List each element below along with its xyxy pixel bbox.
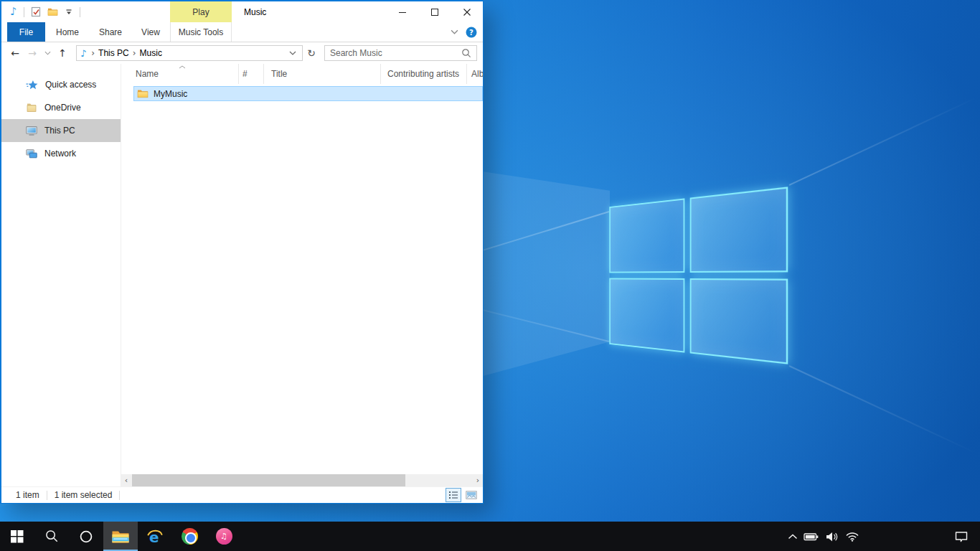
- details-view-button[interactable]: [446, 488, 461, 502]
- breadcrumb-this-pc[interactable]: This PC: [98, 48, 129, 58]
- address-dropdown-chevron[interactable]: [287, 51, 298, 55]
- windows-logo: [609, 187, 788, 364]
- column-header-contributing-artists[interactable]: Contributing artists: [381, 64, 467, 84]
- quick-access-star-icon: [26, 80, 38, 90]
- ribbon-tabstrip: File Home Share View Music Tools: [1, 22, 483, 42]
- sort-ascending-caret-icon: [179, 65, 186, 69]
- divider: [80, 7, 80, 17]
- column-header-title[interactable]: Title: [264, 64, 381, 84]
- column-label: Contributing artists: [387, 69, 459, 79]
- search-box: [324, 45, 477, 61]
- column-label: #: [242, 69, 248, 79]
- selection-status: 1 item selected: [55, 490, 113, 500]
- file-explorer-icon: [111, 529, 130, 545]
- tab-home[interactable]: Home: [45, 22, 90, 42]
- file-name: MyMusic: [154, 89, 187, 99]
- breadcrumb-chevron-icon: ›: [129, 48, 140, 58]
- main-area: Quick access OneDrive This PC Network Na…: [1, 64, 483, 486]
- new-folder-button[interactable]: [47, 7, 58, 17]
- sidebar-item-quick-access[interactable]: Quick access: [1, 73, 121, 96]
- ribbon-extras: [451, 22, 477, 42]
- sidebar-item-label: This PC: [44, 126, 75, 136]
- taskbar-chrome-button[interactable]: [172, 522, 207, 551]
- navigation-bar: ← → ↑ ♪ › This PC › Music ↻: [1, 42, 483, 64]
- file-row-mymusic[interactable]: MyMusic: [133, 86, 483, 101]
- tab-view[interactable]: View: [131, 22, 170, 42]
- recent-locations-chevron[interactable]: [42, 51, 53, 55]
- start-button[interactable]: [0, 522, 34, 551]
- taskbar-search-button[interactable]: [34, 522, 69, 551]
- scroll-right-arrow[interactable]: ›: [473, 476, 483, 484]
- back-button[interactable]: ←: [7, 48, 23, 58]
- network-icon: [26, 149, 37, 159]
- onedrive-folder-icon: [26, 103, 37, 113]
- search-icon[interactable]: [461, 48, 471, 58]
- scrollbar-track[interactable]: [131, 474, 473, 486]
- battery-icon[interactable]: [801, 531, 822, 542]
- taskbar: ♫: [0, 522, 980, 551]
- breadcrumb-music[interactable]: Music: [140, 48, 162, 58]
- address-music-note-icon: ♪: [80, 48, 86, 59]
- item-count: 1 item: [16, 490, 39, 500]
- quick-access-toolbar: ♪: [10, 6, 80, 17]
- search-input[interactable]: [330, 48, 461, 58]
- breadcrumb-chevron-icon: ›: [88, 48, 98, 58]
- action-center-button[interactable]: [943, 530, 980, 543]
- windows-logo-pane: [690, 187, 788, 273]
- tab-share[interactable]: Share: [90, 22, 131, 42]
- column-headers: Name # Title Contributing artists Alb: [121, 64, 483, 84]
- file-rows: MyMusic: [121, 84, 483, 474]
- taskbar-itunes-button[interactable]: ♫: [207, 522, 241, 551]
- hidden-icons-chevron[interactable]: [785, 534, 801, 540]
- horizontal-scrollbar: ‹ ›: [121, 474, 483, 486]
- column-header-album[interactable]: Alb: [467, 64, 483, 84]
- chrome-icon: [182, 528, 198, 545]
- divider: [24, 7, 24, 17]
- sidebar-item-label: OneDrive: [44, 103, 81, 113]
- sidebar-item-network[interactable]: Network: [1, 142, 121, 165]
- refresh-button[interactable]: ↻: [304, 47, 319, 59]
- window-controls: [386, 1, 483, 22]
- cortana-button[interactable]: [69, 522, 103, 551]
- sidebar-item-onedrive[interactable]: OneDrive: [1, 96, 121, 119]
- scroll-left-arrow[interactable]: ‹: [121, 476, 131, 484]
- help-button[interactable]: [466, 27, 477, 38]
- file-list-pane: Name # Title Contributing artists Alb: [121, 64, 483, 486]
- music-tools-contextual-header[interactable]: Play: [170, 1, 232, 22]
- folder-icon: [137, 89, 149, 98]
- system-tray: [785, 522, 980, 551]
- app-music-note-icon: ♪: [10, 6, 17, 17]
- light-beam: [789, 365, 979, 454]
- sidebar-item-this-pc[interactable]: This PC: [1, 119, 121, 142]
- tab-file[interactable]: File: [7, 22, 45, 42]
- file-explorer-window: ♪ Play Music File Home Share View Music …: [0, 0, 484, 504]
- column-header-name[interactable]: Name: [121, 64, 239, 84]
- sidebar-item-label: Quick access: [45, 80, 96, 90]
- thumbnails-view-button[interactable]: [463, 488, 479, 502]
- address-bar[interactable]: ♪ › This PC › Music: [76, 45, 303, 61]
- taskbar-file-explorer-button[interactable]: [103, 522, 138, 551]
- view-buttons: [446, 488, 479, 502]
- windows-logo-pane: [609, 198, 684, 273]
- column-label: Alb: [471, 69, 483, 79]
- sidebar-item-label: Network: [44, 149, 76, 159]
- wifi-icon[interactable]: [842, 531, 862, 542]
- forward-button[interactable]: →: [24, 48, 40, 58]
- column-label: Title: [271, 69, 287, 79]
- volume-icon[interactable]: [822, 531, 842, 542]
- this-pc-monitor-icon: [26, 126, 37, 136]
- customize-quick-access-toolbar-button[interactable]: [65, 9, 73, 16]
- tab-music-tools[interactable]: Music Tools: [170, 22, 232, 42]
- taskbar-internet-explorer-button[interactable]: [138, 522, 172, 551]
- itunes-note-glyph: ♫: [220, 532, 227, 541]
- close-button[interactable]: [451, 1, 483, 22]
- titlebar: ♪ Play Music: [1, 1, 483, 22]
- up-button[interactable]: ↑: [55, 48, 70, 58]
- column-header-number[interactable]: #: [239, 64, 264, 84]
- expand-ribbon-chevron-icon[interactable]: [451, 29, 458, 34]
- properties-button[interactable]: [31, 6, 41, 17]
- maximize-button[interactable]: [418, 1, 451, 22]
- scrollbar-thumb[interactable]: [132, 474, 405, 486]
- window-title: Music: [244, 1, 266, 22]
- minimize-button[interactable]: [386, 1, 418, 22]
